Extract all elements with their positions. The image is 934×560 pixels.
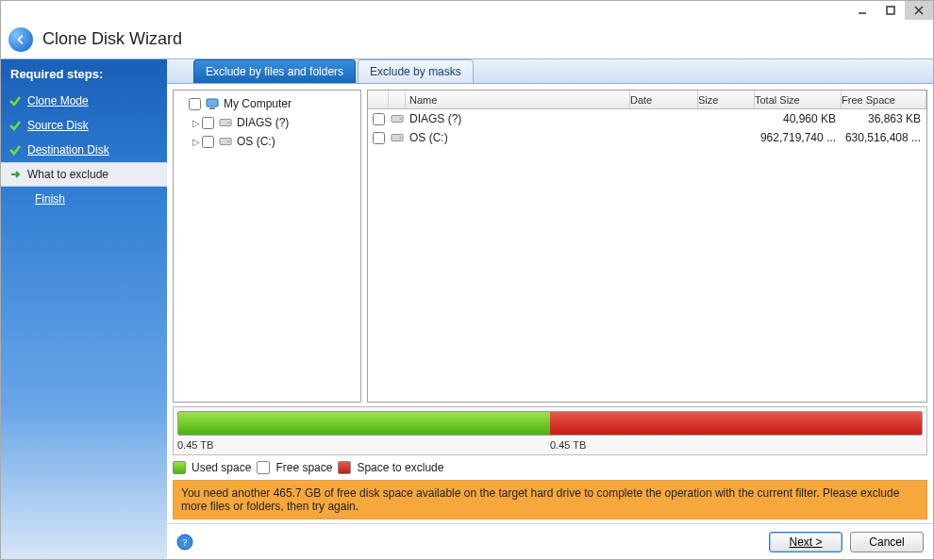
tree-item-label: OS (C:) [237, 135, 275, 148]
tab-label: Exclude by files and folders [206, 65, 343, 78]
swatch-used-icon [173, 461, 186, 474]
svg-rect-1 [887, 7, 894, 14]
check-icon [8, 119, 22, 132]
cell-name: DIAGS (?) [406, 112, 630, 125]
content: Exclude by files and folders Exclude by … [167, 59, 933, 559]
drive-icon [218, 115, 233, 130]
close-button[interactable] [905, 1, 933, 20]
step-destination-disk[interactable]: Destination Disk [1, 138, 167, 162]
step-finish[interactable]: Finish [1, 187, 167, 211]
sidebar-header: Required steps: [1, 59, 167, 89]
svg-text:?: ? [183, 536, 188, 548]
svg-point-11 [400, 118, 402, 120]
cell-free: 36,863 KB [842, 112, 926, 125]
maximize-button[interactable] [876, 1, 905, 20]
bar-used [178, 412, 550, 435]
step-label: What to exclude [27, 168, 108, 181]
step-label: Clone Mode [27, 94, 89, 107]
folder-tree[interactable]: My Computer ▷ DIAGS (?) ▷ OS (C: [173, 90, 361, 403]
step-label: Destination Disk [27, 143, 109, 156]
tree-row[interactable]: ▷ DIAGS (?) [177, 113, 357, 132]
cancel-label: Cancel [869, 535, 904, 549]
svg-rect-5 [209, 107, 215, 109]
window-controls [1, 1, 933, 20]
check-icon [8, 94, 22, 107]
legend-used: Used space [192, 461, 251, 474]
panes: My Computer ▷ DIAGS (?) ▷ OS (C: [167, 84, 933, 404]
expand-icon[interactable]: ▷ [191, 137, 202, 147]
legend-free: Free space [275, 461, 332, 474]
sidebar: Required steps: Clone Mode Source Disk D… [1, 59, 167, 559]
tab-exclude-masks[interactable]: Exclude by masks [358, 59, 474, 83]
warning-banner: You need another 465.7 GB of free disk s… [173, 480, 927, 519]
cell-total: 962,719,740 ... [755, 131, 842, 144]
step-label: Finish [35, 192, 65, 206]
title-bar: Clone Disk Wizard [1, 20, 933, 59]
col-size[interactable]: Size [698, 91, 755, 108]
step-what-to-exclude[interactable]: What to exclude [1, 162, 167, 187]
file-list: Name Date Size Total Size Free Space DIA… [367, 90, 927, 403]
list-row[interactable]: DIAGS (?) 40,960 KB 36,863 KB [368, 109, 926, 128]
tab-exclude-files-folders[interactable]: Exclude by files and folders [193, 59, 356, 83]
drive-icon [389, 131, 406, 144]
col-free[interactable]: Free Space [842, 91, 926, 108]
cell-name: OS (C:) [406, 131, 630, 144]
col-total[interactable]: Total Size [755, 91, 842, 108]
step-label: Source Disk [27, 119, 89, 132]
bar-exclude [550, 412, 922, 435]
svg-point-7 [228, 122, 230, 124]
drive-icon [218, 134, 233, 149]
bar-track [177, 411, 923, 436]
drive-icon [389, 112, 406, 125]
tree-checkbox[interactable] [202, 117, 214, 129]
bar-used-label: 0.45 TB [177, 439, 550, 451]
list-row[interactable]: OS (C:) 962,719,740 ... 630,516,408 ... [368, 128, 926, 147]
legend-exclude: Space to exclude [357, 461, 443, 474]
col-name[interactable]: Name [406, 91, 630, 108]
list-body[interactable]: DIAGS (?) 40,960 KB 36,863 KB OS (C:) [368, 109, 926, 402]
svg-rect-4 [207, 99, 218, 107]
legend: Used space Free space Space to exclude [167, 455, 933, 480]
wizard-window: Clone Disk Wizard Required steps: Clone … [0, 0, 934, 560]
cell-total: 40,960 KB [755, 112, 842, 125]
step-clone-mode[interactable]: Clone Mode [1, 89, 167, 113]
svg-point-13 [400, 137, 402, 139]
footer: ? Next > Cancel [167, 523, 933, 559]
computer-icon [205, 96, 220, 111]
cell-free: 630,516,408 ... [842, 131, 926, 144]
wizard-title: Clone Disk Wizard [42, 29, 182, 49]
arrow-right-icon [8, 168, 22, 181]
space-bar: 0.45 TB 0.45 TB [173, 406, 927, 455]
tree-root-row[interactable]: My Computer [177, 94, 357, 113]
main: Required steps: Clone Mode Source Disk D… [1, 59, 933, 559]
tabs: Exclude by files and folders Exclude by … [167, 59, 933, 84]
tree-checkbox[interactable] [202, 136, 214, 148]
tab-label: Exclude by masks [370, 65, 461, 78]
next-label: Next > [789, 535, 822, 549]
expand-icon[interactable]: ▷ [191, 118, 202, 128]
row-checkbox[interactable] [373, 113, 385, 125]
tree-root-label: My Computer [224, 97, 292, 110]
swatch-exclude-icon [338, 461, 351, 474]
list-header: Name Date Size Total Size Free Space [368, 91, 926, 109]
help-icon[interactable]: ? [176, 534, 193, 551]
bar-exclude-label: 0.45 TB [550, 439, 586, 451]
cancel-button[interactable]: Cancel [850, 532, 924, 552]
swatch-free-icon [257, 461, 270, 474]
svg-point-9 [228, 140, 230, 142]
tree-row[interactable]: ▷ OS (C:) [177, 132, 357, 151]
tree-item-label: DIAGS (?) [237, 116, 289, 129]
col-date[interactable]: Date [630, 91, 698, 108]
tree-root-checkbox[interactable] [189, 98, 201, 110]
check-icon [8, 143, 22, 156]
back-button[interactable] [8, 27, 33, 52]
next-button[interactable]: Next > [769, 532, 842, 552]
row-checkbox[interactable] [373, 132, 385, 144]
step-source-disk[interactable]: Source Disk [1, 113, 167, 138]
minimize-button[interactable] [848, 1, 876, 20]
